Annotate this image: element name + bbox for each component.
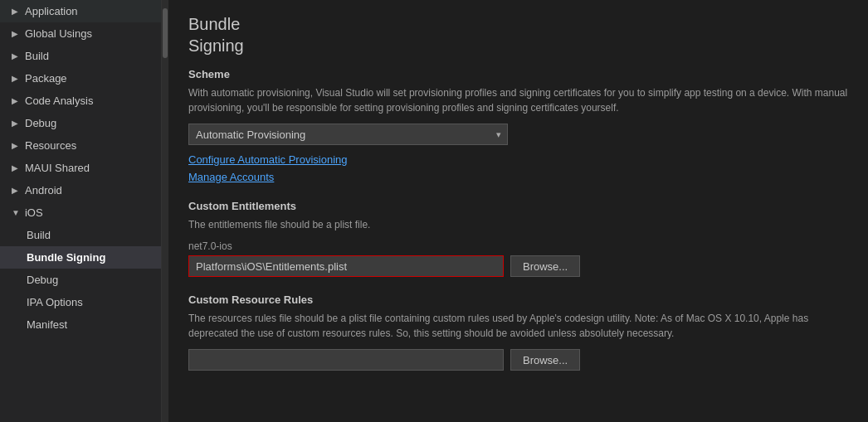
sidebar-label-android: Android	[25, 184, 62, 196]
scrollbar-thumb[interactable]	[163, 8, 168, 58]
custom-resource-rules-title: Custom Resource Rules	[188, 293, 848, 306]
sidebar-label-resources: Resources	[25, 139, 76, 152]
custom-entitlements-title: Custom Entitlements	[188, 200, 848, 212]
sidebar-label-application: Application	[25, 5, 78, 17]
sidebar-label-global-usings: Global Usings	[25, 27, 92, 40]
chevron-icon: ▶	[12, 29, 20, 38]
chevron-icon: ▶	[12, 186, 20, 195]
sidebar-label-ios-ipa-options: IPA Options	[27, 296, 83, 308]
custom-entitlements-input-row: Browse...	[188, 255, 848, 277]
custom-resource-rules-desc: The resources rules file should be a pli…	[188, 311, 848, 341]
sidebar-item-ios[interactable]: ▼ iOS	[0, 201, 161, 224]
scheme-section-title: Scheme	[188, 68, 848, 80]
scrollbar-track[interactable]	[162, 0, 168, 422]
chevron-icon: ▶	[12, 51, 20, 61]
sidebar-label-build: Build	[25, 50, 49, 62]
custom-entitlements-browse-button[interactable]: Browse...	[510, 255, 580, 277]
sidebar-label-ios-manifest: Manifest	[27, 318, 67, 331]
scheme-dropdown-row: Automatic Provisioning Manual Provisioni…	[188, 124, 848, 145]
sidebar-item-ios-manifest[interactable]: Manifest	[0, 313, 161, 336]
sidebar-item-android[interactable]: ▶ Android	[0, 179, 161, 201]
sidebar: ▶ Application ▶ Global Usings ▶ Build ▶ …	[0, 0, 162, 422]
sidebar-item-maui-shared[interactable]: ▶ MAUI Shared	[0, 157, 161, 179]
custom-resource-rules-browse-button[interactable]: Browse...	[510, 349, 580, 371]
custom-entitlements-label: net7.0-ios	[188, 240, 848, 252]
custom-entitlements-input[interactable]	[188, 255, 504, 277]
sidebar-label-code-analysis: Code Analysis	[25, 95, 93, 107]
chevron-icon: ▶	[12, 7, 20, 16]
sidebar-label-maui-shared: MAUI Shared	[25, 162, 90, 174]
scheme-section-desc: With automatic provisioning, Visual Stud…	[188, 85, 848, 115]
chevron-icon: ▶	[12, 74, 20, 83]
chevron-icon: ▶	[12, 141, 20, 150]
page-title: Bundle Signing	[188, 13, 848, 56]
custom-resource-rules-input-row: Browse...	[188, 349, 848, 371]
sidebar-label-ios-build: Build	[27, 229, 51, 241]
sidebar-item-code-analysis[interactable]: ▶ Code Analysis	[0, 90, 161, 112]
sidebar-item-ios-bundle-signing[interactable]: Bundle Signing	[0, 246, 161, 269]
chevron-icon: ▶	[12, 119, 20, 128]
page-header: Bundle Signing	[188, 0, 848, 68]
manage-accounts-link[interactable]: Manage Accounts	[188, 171, 848, 183]
main-content: Bundle Signing Scheme With automatic pro…	[168, 0, 868, 422]
chevron-icon: ▶	[12, 96, 20, 105]
sidebar-label-debug: Debug	[25, 117, 56, 129]
custom-resource-rules-input[interactable]	[188, 349, 504, 371]
configure-provisioning-link[interactable]: Configure Automatic Provisioning	[188, 153, 848, 166]
scheme-dropdown-wrapper: Automatic Provisioning Manual Provisioni…	[188, 124, 508, 145]
sidebar-item-resources[interactable]: ▶ Resources	[0, 134, 161, 157]
sidebar-item-build[interactable]: ▶ Build	[0, 45, 161, 67]
sidebar-label-ios-bundle-signing: Bundle Signing	[27, 251, 105, 264]
sidebar-item-debug[interactable]: ▶ Debug	[0, 112, 161, 134]
sidebar-item-ios-build[interactable]: Build	[0, 224, 161, 246]
chevron-down-icon: ▼	[12, 208, 20, 217]
custom-entitlements-section: Custom Entitlements The entitlements fil…	[188, 200, 848, 277]
sidebar-item-ios-debug[interactable]: Debug	[0, 269, 161, 291]
custom-resource-rules-section: Custom Resource Rules The resources rule…	[188, 293, 848, 371]
sidebar-item-global-usings[interactable]: ▶ Global Usings	[0, 22, 161, 45]
sidebar-label-package: Package	[25, 72, 67, 85]
chevron-icon: ▶	[12, 163, 20, 172]
sidebar-item-ios-ipa-options[interactable]: IPA Options	[0, 291, 161, 313]
sidebar-label-ios: iOS	[25, 206, 43, 219]
scheme-section: Scheme With automatic provisioning, Visu…	[188, 68, 848, 183]
scheme-dropdown[interactable]: Automatic Provisioning Manual Provisioni…	[188, 124, 508, 145]
sidebar-item-application[interactable]: ▶ Application	[0, 0, 161, 22]
custom-entitlements-desc: The entitlements file should be a plist …	[188, 217, 848, 232]
sidebar-label-ios-debug: Debug	[27, 274, 58, 286]
sidebar-item-package[interactable]: ▶ Package	[0, 67, 161, 90]
